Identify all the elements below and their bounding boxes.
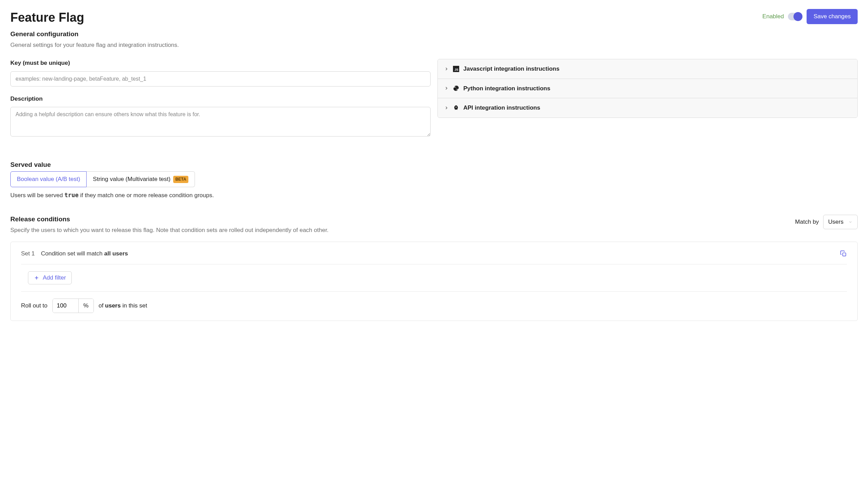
set-desc: Condition set will match all users	[41, 250, 128, 258]
integration-python-label: Python integration instructions	[463, 84, 550, 93]
integration-python[interactable]: Python integration instructions	[438, 79, 857, 99]
general-config-desc: General settings for your feature flag a…	[10, 41, 858, 49]
served-value-title: Served value	[10, 160, 858, 170]
enabled-label: Enabled	[762, 12, 784, 21]
page-title: Feature Flag	[10, 9, 84, 26]
condition-set: Set 1 Condition set will match all users…	[10, 242, 858, 321]
release-conditions-desc: Specify the users to which you want to r…	[10, 226, 328, 234]
key-label: Key (must be unique)	[10, 59, 431, 67]
integration-accordion: JS Javascript integration instructions P…	[437, 59, 858, 118]
integration-js[interactable]: JS Javascript integration instructions	[438, 59, 857, 79]
rollout-suffix: %	[78, 299, 93, 313]
svg-text:JS: JS	[455, 68, 458, 71]
add-filter-label: Add filter	[43, 274, 66, 281]
save-button[interactable]: Save changes	[807, 9, 858, 24]
copy-icon[interactable]	[840, 250, 847, 257]
chevron-right-icon	[444, 105, 449, 110]
add-filter-button[interactable]: Add filter	[28, 271, 72, 284]
rollout-prefix: Roll out to	[21, 302, 48, 310]
plus-icon	[34, 275, 39, 281]
chevron-right-icon	[444, 86, 449, 91]
svg-rect-2	[843, 253, 846, 256]
enabled-toggle[interactable]	[788, 13, 802, 20]
rollout-after: of users in this set	[99, 302, 147, 310]
chevron-down-icon	[848, 220, 852, 224]
match-by-select[interactable]: Users	[823, 215, 858, 229]
general-config-title: General configuration	[10, 30, 858, 39]
match-by-label: Match by	[795, 218, 819, 226]
integration-api-label: API integration instructions	[463, 104, 540, 112]
integration-api[interactable]: API integration instructions	[438, 98, 857, 118]
set-label: Set 1	[21, 250, 35, 258]
python-icon	[453, 85, 459, 91]
chevron-right-icon	[444, 67, 449, 71]
tab-boolean[interactable]: Boolean value (A/B test)	[10, 171, 87, 187]
tab-string-label: String value (Multivariate test)	[93, 175, 170, 183]
js-icon: JS	[453, 66, 459, 72]
served-value-desc: Users will be served true if they match …	[10, 191, 858, 200]
rocket-icon	[453, 105, 459, 111]
release-conditions-title: Release conditions	[10, 215, 328, 224]
description-label: Description	[10, 95, 431, 103]
beta-badge: BETA	[173, 176, 188, 183]
served-value-tabs: Boolean value (A/B test) String value (M…	[10, 171, 858, 187]
tab-boolean-label: Boolean value (A/B test)	[17, 175, 80, 183]
key-input[interactable]	[10, 71, 431, 87]
tab-string[interactable]: String value (Multivariate test) BETA	[87, 171, 195, 187]
match-by-value: Users	[828, 218, 844, 226]
description-input[interactable]	[10, 107, 431, 137]
header-actions: Enabled Save changes	[762, 9, 858, 24]
rollout-input[interactable]	[53, 299, 78, 313]
integration-js-label: Javascript integration instructions	[463, 65, 560, 73]
